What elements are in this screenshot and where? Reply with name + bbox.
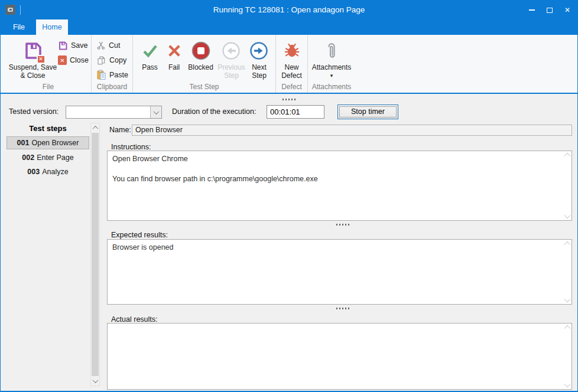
next-step-icon <box>249 38 268 63</box>
chevron-up-icon <box>564 241 570 248</box>
scissors-icon <box>96 41 106 50</box>
paperclip-icon <box>325 38 338 63</box>
scroll-up-button[interactable] <box>563 240 571 248</box>
expected-results-label: Expected results: <box>111 231 168 239</box>
actual-results-label: Actual results: <box>111 315 158 324</box>
tested-version-label: Tested version: <box>9 107 59 116</box>
attachments-button[interactable]: Attachments ▾ <box>310 36 353 82</box>
expected-results-scrollbar[interactable] <box>563 240 571 304</box>
scrollbar-thumb[interactable] <box>92 133 99 376</box>
test-step-item-1[interactable]: 001 Open Browser <box>7 136 89 149</box>
maximize-button[interactable] <box>541 1 558 19</box>
scroll-down-button[interactable] <box>563 296 571 304</box>
ribbon-group-clipboard: Cut Copy <box>92 35 133 93</box>
minimize-button[interactable] <box>523 1 541 19</box>
stop-timer-button[interactable]: Stop timer <box>337 104 398 119</box>
fail-button[interactable]: Fail <box>163 36 185 82</box>
actual-results-textarea[interactable] <box>107 323 572 390</box>
blocked-stop-icon <box>191 38 211 63</box>
next-step-button[interactable]: Next Step <box>246 36 272 82</box>
ribbon-tab-row: File Home <box>1 19 577 35</box>
save-icon <box>58 41 68 51</box>
ribbon: ✕ Suspend, Save & Close Save ✕ <box>1 35 577 94</box>
ribbon-group-defect: New Defect Defect <box>276 35 308 93</box>
instructions-label: Instructions: <box>111 143 151 151</box>
tested-version-combobox[interactable] <box>66 106 162 119</box>
previous-step-button: Previous Step <box>216 36 246 82</box>
scroll-down-button[interactable] <box>563 212 571 220</box>
pass-check-icon <box>141 38 159 63</box>
group-label-attachments: Attachments <box>310 82 353 93</box>
scroll-up-button[interactable] <box>563 324 571 332</box>
expected-results-textarea[interactable]: Browser is opened <box>107 239 572 305</box>
tab-file[interactable]: File <box>5 19 33 35</box>
test-steps-header: Test steps <box>5 124 90 133</box>
copy-button[interactable]: Copy <box>96 54 130 66</box>
suspend-badge-x-icon: ✕ <box>37 55 46 64</box>
splitter-handle-instructions[interactable] <box>336 224 350 226</box>
tab-home[interactable]: Home <box>36 19 68 35</box>
name-field[interactable]: Open Browser <box>132 125 572 136</box>
bug-icon <box>283 38 301 63</box>
instructions-textarea[interactable]: Open Browser Chrome You can find browser… <box>107 151 572 221</box>
paste-icon <box>96 70 106 80</box>
save-button[interactable]: Save <box>58 40 89 51</box>
close-button[interactable]: ✕ <box>558 1 576 19</box>
pass-button[interactable]: Pass <box>137 36 163 82</box>
step-detail-panel: Name: Open Browser Instructions: Open Br… <box>107 123 572 388</box>
test-step-item-2[interactable]: 002 Enter Page <box>7 151 89 164</box>
app-window: Running TC 128081 : Open andagon Page ✕ … <box>0 0 578 392</box>
combobox-dropdown-button[interactable] <box>150 106 161 118</box>
suspend-save-icon: ✕ <box>23 38 43 63</box>
title-bar: Running TC 128081 : Open andagon Page ✕ <box>1 1 577 19</box>
group-label-defect: Defect <box>278 82 305 93</box>
minimize-icon <box>529 9 535 11</box>
ribbon-group-file: ✕ Suspend, Save & Close Save ✕ <box>5 35 92 93</box>
blocked-button[interactable]: Blocked <box>185 36 216 82</box>
paste-button[interactable]: Paste <box>96 69 130 81</box>
previous-step-icon <box>222 38 241 63</box>
copy-icon <box>96 55 106 66</box>
attachments-dropdown-icon[interactable]: ▾ <box>330 73 333 78</box>
ribbon-group-test-step: Pass Fail <box>133 35 276 93</box>
scroll-up-button[interactable] <box>91 123 99 132</box>
chevron-down-icon <box>564 212 570 218</box>
tested-version-value <box>66 106 150 118</box>
actual-results-scrollbar[interactable] <box>563 324 571 389</box>
name-label: Name: <box>109 126 131 134</box>
close-icon: ✕ <box>564 6 570 14</box>
test-steps-panel: Test steps 001 Open Browser 002 Enter Pa… <box>5 123 100 386</box>
splitter-handle-expected[interactable] <box>336 308 350 309</box>
cut-button[interactable]: Cut <box>96 40 130 51</box>
content-area: Tested version: Duration of the executio… <box>1 95 577 391</box>
instructions-scrollbar[interactable] <box>563 151 571 220</box>
new-defect-button[interactable]: New Defect <box>278 36 305 82</box>
suspend-save-close-button[interactable]: ✕ Suspend, Save & Close <box>8 36 58 82</box>
duration-label: Duration of the execution: <box>172 107 256 116</box>
maximize-icon <box>547 8 553 13</box>
fail-x-icon <box>166 38 183 63</box>
chevron-up-icon <box>564 153 570 159</box>
scroll-down-button[interactable] <box>91 377 99 386</box>
ribbon-group-attachments: Attachments ▾ Attachments <box>308 35 355 93</box>
splitter-handle-top[interactable] <box>282 99 297 100</box>
chevron-up-icon <box>564 325 570 332</box>
test-step-item-3[interactable]: 003 Analyze <box>7 165 89 178</box>
window-controls: ✕ <box>523 1 576 19</box>
chevron-down-icon <box>564 296 570 302</box>
close-x-icon: ✕ <box>58 55 67 65</box>
chevron-down-icon <box>92 377 98 383</box>
test-steps-scrollbar[interactable] <box>90 123 100 386</box>
scroll-down-button[interactable] <box>563 381 571 389</box>
duration-input[interactable]: 00:01:01 <box>267 105 324 119</box>
group-label-test-step: Test Step <box>135 82 273 93</box>
chevron-down-icon <box>153 109 159 115</box>
chevron-up-icon <box>92 126 98 132</box>
group-label-file: File <box>8 82 89 93</box>
scroll-up-button[interactable] <box>563 151 571 159</box>
group-label-clipboard: Clipboard <box>94 82 130 93</box>
chevron-down-icon <box>564 381 570 387</box>
window-title: Running TC 128081 : Open andagon Page <box>1 1 577 19</box>
close-document-button[interactable]: ✕ Close <box>58 54 89 66</box>
